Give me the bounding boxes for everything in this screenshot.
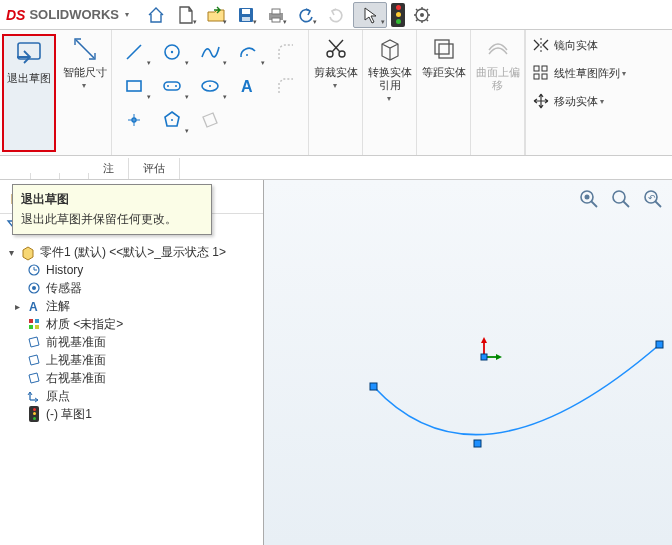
dropdown-icon[interactable]: ▾ [82, 81, 86, 90]
rectangle-tool[interactable]: ▾ [116, 70, 152, 102]
svg-point-32 [171, 119, 173, 121]
tree-sketch1-label: (-) 草图1 [46, 406, 92, 423]
tree-root[interactable]: ▾ 零件1 (默认) <<默认>_显示状态 1> [0, 243, 263, 261]
arc-tool[interactable]: ▾ [230, 36, 266, 68]
tooltip-title: 退出草图 [21, 191, 203, 208]
mirror-row[interactable]: 镜向实体 [532, 34, 626, 56]
tree-origin[interactable]: 原点 [0, 387, 263, 405]
slot-tool[interactable]: ▾ [154, 70, 190, 102]
title-bar: DS SOLIDWORKS ▾ ▾ ▾ ▾ ▾ ▾ [0, 0, 672, 30]
modify-tools-group: 剪裁实体 ▾ 转换实体引用 ▾ 等距实体 曲面上偏移 [309, 30, 526, 155]
tree-front-plane[interactable]: 前视基准面 [0, 333, 263, 351]
polygon-tool[interactable]: ▾ [154, 104, 190, 136]
undo-button[interactable]: ▾ [293, 2, 319, 28]
dropdown-icon[interactable]: ▾ [387, 94, 391, 103]
rebuild-status-icon [26, 406, 42, 422]
brand-dropdown-icon[interactable]: ▾ [125, 10, 129, 19]
svg-rect-38 [439, 44, 453, 58]
pattern-tools-group: 镜向实体 线性草图阵列 ▾ 移动实体 ▾ [526, 30, 632, 155]
tree-material[interactable]: 材质 <未指定> [0, 315, 263, 333]
home-button[interactable] [143, 2, 169, 28]
tab-partial-2[interactable] [60, 173, 89, 179]
curve-endpoint[interactable] [370, 383, 377, 390]
print-button[interactable]: ▾ [263, 2, 289, 28]
linear-pattern-row[interactable]: 线性草图阵列 ▾ [532, 62, 626, 84]
plane-tool[interactable] [192, 104, 228, 136]
svg-text:A: A [29, 300, 38, 314]
svg-point-7 [420, 13, 424, 17]
svg-line-13 [427, 19, 429, 21]
collapse-icon[interactable]: ▾ [6, 247, 16, 258]
tree-sensors-label: 传感器 [46, 280, 82, 297]
mirror-icon [532, 36, 550, 54]
offset-entities-button[interactable]: 等距实体 [417, 30, 471, 155]
annotations-icon: A [26, 298, 42, 314]
options-button[interactable] [409, 2, 435, 28]
tree-top-plane[interactable]: 上视基准面 [0, 351, 263, 369]
tree-sensors[interactable]: 传感器 [0, 279, 263, 297]
history-icon [26, 262, 42, 278]
svg-rect-5 [272, 18, 280, 22]
exit-sketch-icon [14, 40, 44, 70]
viewport[interactable]: ↶ [264, 180, 672, 545]
expand-icon[interactable]: ▸ [12, 301, 22, 312]
smart-dimension-label: 智能尺寸 [63, 66, 107, 79]
tree-history[interactable]: History [0, 261, 263, 279]
convert-entities-button[interactable]: 转换实体引用 ▾ [363, 30, 417, 155]
exit-sketch-label: 退出草图 [7, 72, 51, 85]
scissors-icon [321, 34, 351, 64]
ribbon: 退出草图 智能尺寸 ▾ ▾ ▾ ▾ ▾ ▾ ▾ ▾ A ▾ 剪裁实体 ▾ 转换实… [0, 30, 672, 156]
svg-point-53 [32, 286, 36, 290]
sketch-tools-grid: ▾ ▾ ▾ ▾ ▾ ▾ ▾ A ▾ [112, 30, 309, 155]
svg-rect-22 [164, 82, 180, 90]
ds-logo: DS [6, 7, 25, 23]
tree-origin-label: 原点 [46, 388, 70, 405]
dropdown-icon[interactable]: ▾ [333, 81, 337, 90]
svg-rect-42 [542, 74, 547, 79]
curve-midpoint[interactable] [474, 440, 481, 447]
linear-pattern-label: 线性草图阵列 [554, 66, 620, 81]
chamfer-tool[interactable] [268, 70, 304, 102]
redo-button[interactable] [323, 2, 349, 28]
text-tool[interactable]: A [230, 70, 266, 102]
svg-rect-55 [29, 319, 33, 323]
tree-annotations[interactable]: ▸ A 注解 [0, 297, 263, 315]
tooltip: 退出草图 退出此草图并保留任何更改。 [12, 184, 212, 235]
tree-sketch1[interactable]: (-) 草图1 [0, 405, 263, 423]
sketch-curve[interactable] [264, 180, 672, 440]
fillet-tool[interactable] [268, 36, 304, 68]
tree-front-plane-label: 前视基准面 [46, 334, 106, 351]
save-button[interactable]: ▾ [233, 2, 259, 28]
new-button[interactable]: ▾ [173, 2, 199, 28]
tab-annotate[interactable]: 注 [89, 158, 129, 179]
plane-icon [26, 370, 42, 386]
svg-rect-56 [35, 319, 39, 323]
spline-tool[interactable]: ▾ [192, 36, 228, 68]
tab-partial-1[interactable] [30, 173, 60, 179]
sensors-icon [26, 280, 42, 296]
move-entities-row[interactable]: 移动实体 ▾ [532, 90, 626, 112]
exit-sketch-button[interactable]: 退出草图 [2, 34, 56, 152]
svg-rect-41 [534, 74, 539, 79]
select-button[interactable]: ▾ [353, 2, 387, 28]
mirror-label: 镜向实体 [554, 38, 598, 53]
rebuild-status-icon [391, 3, 405, 27]
offset-label: 等距实体 [422, 66, 466, 79]
open-button[interactable]: ▾ [203, 2, 229, 28]
ellipse-tool[interactable]: ▾ [192, 70, 228, 102]
curve-endpoint[interactable] [656, 341, 663, 348]
smart-dimension-button[interactable]: 智能尺寸 ▾ [58, 30, 112, 155]
plane-icon [26, 352, 42, 368]
dropdown-icon[interactable]: ▾ [600, 97, 604, 106]
line-tool[interactable]: ▾ [116, 36, 152, 68]
smart-dimension-icon [70, 34, 100, 64]
dropdown-icon[interactable]: ▾ [622, 69, 626, 78]
tab-evaluate[interactable]: 评估 [129, 158, 180, 179]
svg-text:A: A [241, 78, 253, 95]
point-tool[interactable] [116, 104, 152, 136]
trim-button[interactable]: 剪裁实体 ▾ [309, 30, 363, 155]
svg-point-26 [209, 85, 211, 87]
brand-name: SOLIDWORKS [29, 7, 119, 22]
circle-tool[interactable]: ▾ [154, 36, 190, 68]
tree-right-plane[interactable]: 右视基准面 [0, 369, 263, 387]
